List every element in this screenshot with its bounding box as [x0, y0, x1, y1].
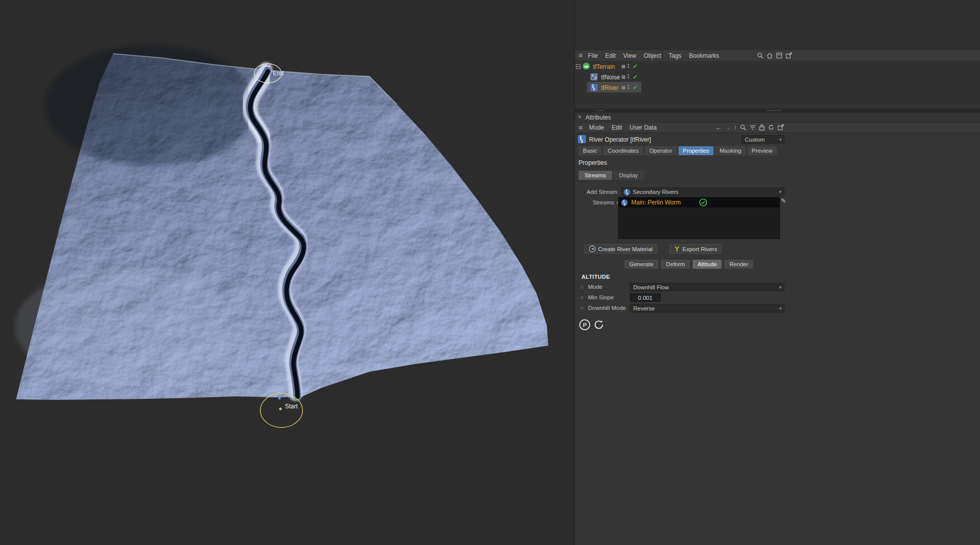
layer-toggle[interactable]: [622, 75, 625, 79]
attributes-toolbar-icons: ← → ↑: [716, 124, 784, 131]
history-forward-icon[interactable]: →: [725, 125, 731, 131]
viewport[interactable]: End Start: [0, 0, 574, 545]
menu-edit[interactable]: Edit: [612, 124, 622, 131]
menu-tags[interactable]: Tags: [669, 52, 681, 59]
object-row-tfterrain[interactable]: tfTerrain: [593, 63, 615, 70]
attributes-tabs: Basic Coordinates Operator Properties Ma…: [578, 146, 777, 155]
object-row-tfriver[interactable]: tfRiver: [601, 84, 619, 91]
terrain-light-patch: [15, 266, 236, 387]
downhill-mode-label: Downhill Mode: [588, 305, 626, 311]
start-marker[interactable]: Start: [260, 393, 303, 427]
attributes-menu: Mode Edit User Data: [589, 123, 657, 133]
search-icon[interactable]: [740, 124, 746, 131]
mode-label: Mode: [588, 284, 603, 290]
tfnoise-object-icon[interactable]: [591, 73, 598, 80]
stream-item-icon: [621, 199, 628, 206]
export-rivers-button[interactable]: Export Rivers: [669, 244, 722, 254]
streams-listbox[interactable]: Main: Perlin Worm: [618, 197, 780, 239]
stream-enabled-check-icon[interactable]: [699, 198, 707, 206]
chevron-down-icon: ▾: [776, 137, 784, 142]
subtab-display[interactable]: Display: [613, 171, 644, 180]
tab-masking[interactable]: Masking: [715, 146, 746, 155]
export-rivers-label: Export Rivers: [682, 246, 717, 252]
tab-properties[interactable]: Properties: [678, 146, 714, 155]
stream-item-name: Main: Perlin Worm: [631, 199, 680, 206]
mode-dropdown[interactable]: Downhill Flow ▾: [630, 283, 785, 291]
downhill-mode-dropdown[interactable]: Reverse ▾: [630, 304, 785, 312]
home-icon[interactable]: [766, 52, 773, 59]
river-action-buttons: Generate Deform Altitude Render: [630, 260, 753, 269]
external-window-icon[interactable]: [786, 52, 792, 59]
drag-handle[interactable]: [596, 110, 603, 111]
tfriver-object-icon[interactable]: [591, 84, 598, 91]
menu-view[interactable]: View: [623, 52, 636, 59]
preset-p-button[interactable]: P: [579, 319, 591, 331]
deform-button[interactable]: Deform: [661, 260, 690, 269]
stream-list-item[interactable]: Main: Perlin Worm: [619, 197, 779, 207]
streams-label: Streams: [575, 199, 614, 205]
filter-icon[interactable]: [749, 125, 756, 131]
parent-up-icon[interactable]: ↑: [734, 125, 737, 131]
search-icon[interactable]: [757, 52, 763, 59]
external-window-icon[interactable]: [777, 124, 784, 131]
menu-user-data[interactable]: User Data: [630, 124, 657, 131]
enabled-check-icon[interactable]: ✓: [633, 84, 638, 91]
altitude-button[interactable]: Altitude: [693, 260, 722, 269]
min-slope-input[interactable]: [630, 293, 661, 302]
lock-icon[interactable]: [759, 124, 765, 131]
render-button[interactable]: Render: [724, 260, 753, 269]
menu-bookmarks[interactable]: Bookmarks: [689, 52, 719, 59]
viewport-canvas[interactable]: End Start: [0, 0, 574, 545]
add-stream-dropdown[interactable]: Secondary Rivers ▾: [621, 187, 785, 196]
diamond-bullet-icon: ◇: [580, 306, 583, 310]
start-point-dot-blue[interactable]: [278, 397, 281, 400]
menu-object[interactable]: Object: [644, 52, 661, 59]
downhill-mode-value: Reverse: [633, 305, 655, 311]
end-point-dot[interactable]: [267, 63, 270, 66]
history-back-icon[interactable]: ←: [716, 125, 722, 131]
drag-handle[interactable]: [767, 110, 780, 111]
close-attributes-icon[interactable]: ×: [578, 114, 581, 121]
hamburger-icon[interactable]: ≡: [578, 124, 582, 131]
start-marker-ring[interactable]: [260, 393, 303, 427]
visibility-dots[interactable]: [628, 74, 629, 78]
tab-preview[interactable]: Preview: [747, 146, 777, 155]
altitude-section-title: ALTITUDE: [581, 274, 610, 280]
expand-collapse-icon[interactable]: [576, 64, 580, 69]
layer-toggle[interactable]: [622, 65, 625, 68]
generate-button[interactable]: Generate: [624, 260, 658, 269]
subtab-streams[interactable]: Streams: [578, 171, 612, 180]
mode-value: Downhill Flow: [633, 284, 669, 290]
tab-operator[interactable]: Operator: [645, 146, 676, 155]
end-marker-label: End: [273, 70, 283, 77]
diamond-bullet-icon: ◇: [580, 285, 583, 289]
refresh-icon[interactable]: [768, 124, 774, 131]
chevron-down-icon: ▾: [776, 285, 784, 290]
create-river-material-button[interactable]: Create River Material: [584, 244, 657, 254]
object-manager-menu: File Edit View Object Tags Bookmarks: [588, 50, 719, 61]
menu-mode[interactable]: Mode: [589, 124, 604, 131]
river-operator-icon: [578, 135, 586, 143]
tab-coordinates[interactable]: Coordinates: [603, 146, 643, 155]
hamburger-icon[interactable]: ≡: [578, 52, 582, 59]
material-arrow-icon: [589, 246, 596, 252]
start-marker-label: Start: [285, 403, 298, 410]
tab-basic[interactable]: Basic: [578, 146, 602, 155]
visibility-dots[interactable]: [628, 85, 629, 89]
preset-dropdown[interactable]: Custom ▾: [741, 135, 785, 144]
enabled-check-icon[interactable]: ✓: [633, 73, 638, 80]
preset-p-glyph: P: [583, 322, 587, 328]
layout-icon[interactable]: [776, 52, 782, 59]
edit-streams-pencil-icon[interactable]: ✎: [781, 197, 786, 204]
visibility-dots[interactable]: [628, 64, 629, 68]
enabled-check-icon[interactable]: ✓: [633, 63, 638, 70]
tfterrain-object-icon[interactable]: [582, 62, 590, 70]
object-row-tfnoise[interactable]: tfNoise: [601, 74, 620, 81]
river-branch-icon: [674, 246, 680, 252]
reset-circular-arrow-button[interactable]: [593, 319, 605, 331]
attributes-panel: [575, 123, 980, 545]
menu-file[interactable]: File: [588, 52, 598, 59]
start-point-dot-yellow[interactable]: [279, 408, 282, 410]
layer-toggle[interactable]: [622, 86, 625, 89]
menu-edit[interactable]: Edit: [605, 52, 616, 59]
